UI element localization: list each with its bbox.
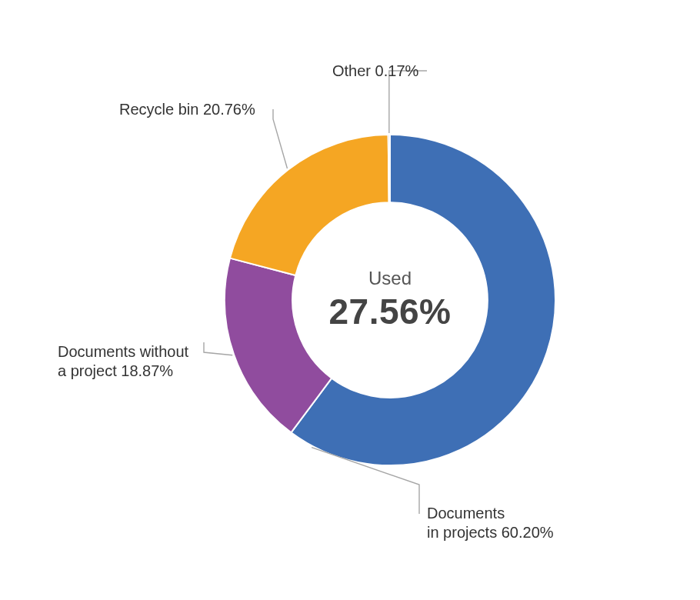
callout-recycle-bin: Recycle bin 20.76%	[119, 100, 255, 119]
donut-chart-stage: Used 27.56% Other 0.17% Recycle bin 20.7…	[0, 0, 700, 600]
callout-inproj-line1: Documents	[427, 504, 554, 523]
callout-without-line1: Documents without	[58, 342, 188, 362]
callout-other-text: Other 0.17%	[332, 62, 418, 79]
callout-documents-in-projects: Documents in projects 60.20%	[427, 504, 554, 542]
donut-chart-svg	[0, 0, 700, 600]
donut-slices	[225, 135, 555, 465]
callout-inproj-line2: in projects 60.20%	[427, 523, 554, 542]
slice-other[interactable]	[388, 135, 390, 202]
callout-without-line2: a project 18.87%	[58, 362, 188, 381]
callout-recycle-text: Recycle bin 20.76%	[119, 101, 255, 118]
callout-other: Other 0.17%	[332, 62, 418, 81]
callout-documents-without-project: Documents without a project 18.87%	[58, 342, 188, 381]
slice-recycle-bin[interactable]	[230, 135, 389, 275]
